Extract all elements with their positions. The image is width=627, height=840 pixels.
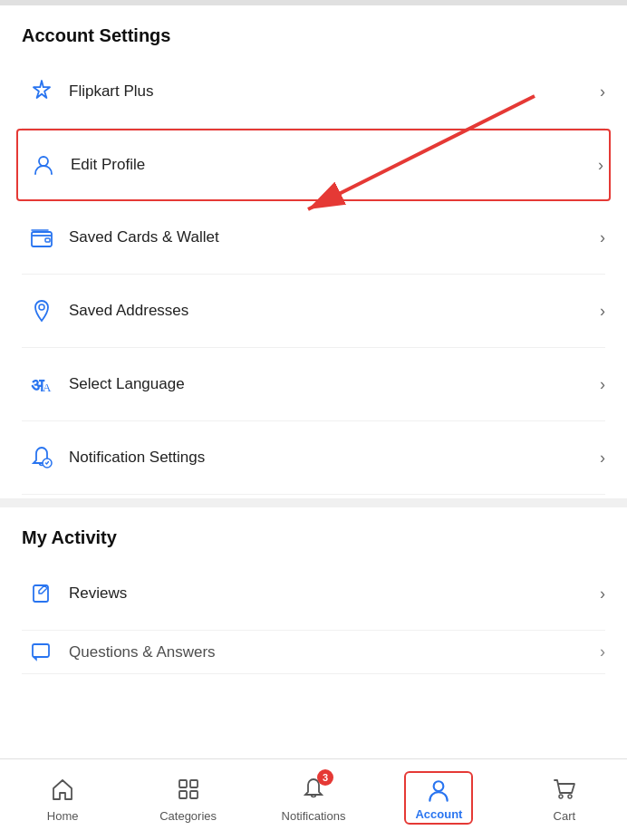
my-activity-section: My Activity Reviews ›: [0, 507, 627, 674]
person-icon: [24, 145, 63, 185]
menu-item-questions[interactable]: Questions & Answers ›: [22, 631, 605, 674]
account-settings-title: Account Settings: [22, 25, 605, 46]
star-icon: [22, 72, 62, 111]
home-icon: [46, 773, 79, 806]
nav-item-notifications[interactable]: 3 Notifications: [251, 773, 376, 823]
nav-item-account[interactable]: Account: [376, 771, 501, 825]
menu-item-notification-settings[interactable]: Notification Settings ›: [22, 421, 605, 495]
chevron-icon: ›: [598, 156, 603, 175]
section-divider: [0, 498, 627, 507]
language-icon: अ A: [22, 364, 62, 404]
saved-cards-label: Saved Cards & Wallet: [69, 228, 600, 246]
chevron-icon: ›: [600, 642, 605, 661]
reviews-label: Reviews: [69, 584, 600, 603]
bottom-nav: Home Categories 3: [0, 758, 627, 840]
svg-rect-8: [33, 644, 49, 657]
menu-item-select-language[interactable]: अ A Select Language ›: [22, 348, 605, 421]
svg-point-15: [434, 781, 444, 791]
edit-icon: [22, 574, 62, 613]
chevron-icon: ›: [600, 449, 605, 468]
main-content: Account Settings Flipkart Plus ›: [0, 5, 627, 758]
menu-item-edit-profile[interactable]: Edit Profile ›: [16, 129, 611, 201]
chevron-icon: ›: [600, 228, 605, 247]
svg-point-16: [559, 795, 563, 798]
svg-point-0: [39, 157, 48, 166]
nav-item-cart[interactable]: Cart: [502, 773, 627, 823]
categories-icon: [172, 773, 205, 806]
svg-rect-14: [190, 791, 198, 798]
notifications-label: Notifications: [282, 809, 346, 823]
nav-item-home[interactable]: Home: [0, 773, 125, 823]
account-settings-section: Account Settings Flipkart Plus ›: [0, 5, 627, 495]
chat-icon: [22, 632, 62, 672]
svg-rect-13: [179, 791, 187, 798]
account-label: Account: [415, 807, 462, 821]
wallet-icon: [22, 217, 62, 257]
chevron-icon: ›: [600, 584, 605, 603]
svg-text:A: A: [43, 381, 52, 394]
edit-profile-label: Edit Profile: [71, 156, 598, 174]
cart-label: Cart: [554, 809, 576, 823]
notification-settings-label: Notification Settings: [69, 449, 600, 467]
chevron-icon: ›: [600, 302, 605, 321]
svg-rect-2: [45, 238, 50, 242]
account-icon: [424, 777, 453, 806]
flipkart-plus-label: Flipkart Plus: [69, 82, 600, 101]
menu-item-saved-cards[interactable]: Saved Cards & Wallet ›: [22, 201, 605, 275]
questions-label: Questions & Answers: [69, 643, 600, 661]
svg-point-17: [568, 795, 572, 798]
bell-icon: 3: [297, 773, 330, 806]
home-label: Home: [47, 809, 79, 823]
menu-item-saved-addresses[interactable]: Saved Addresses ›: [22, 275, 605, 348]
account-box: Account: [404, 771, 473, 825]
svg-point-3: [39, 304, 44, 310]
select-language-label: Select Language: [69, 375, 600, 393]
categories-label: Categories: [159, 809, 217, 823]
menu-item-reviews[interactable]: Reviews ›: [22, 557, 605, 631]
chevron-icon: ›: [600, 82, 605, 101]
svg-rect-1: [32, 232, 52, 246]
page-wrapper: Account Settings Flipkart Plus ›: [0, 0, 627, 840]
chevron-icon: ›: [600, 375, 605, 394]
my-activity-title: My Activity: [22, 527, 605, 548]
bell-settings-icon: [22, 438, 62, 478]
nav-item-categories[interactable]: Categories: [125, 773, 250, 823]
svg-rect-12: [190, 780, 198, 787]
saved-addresses-label: Saved Addresses: [69, 302, 600, 320]
notifications-badge: 3: [317, 769, 333, 786]
menu-item-flipkart-plus[interactable]: Flipkart Plus ›: [22, 55, 605, 129]
svg-rect-11: [179, 780, 187, 787]
cart-icon: [548, 773, 581, 806]
location-icon: [22, 291, 62, 331]
